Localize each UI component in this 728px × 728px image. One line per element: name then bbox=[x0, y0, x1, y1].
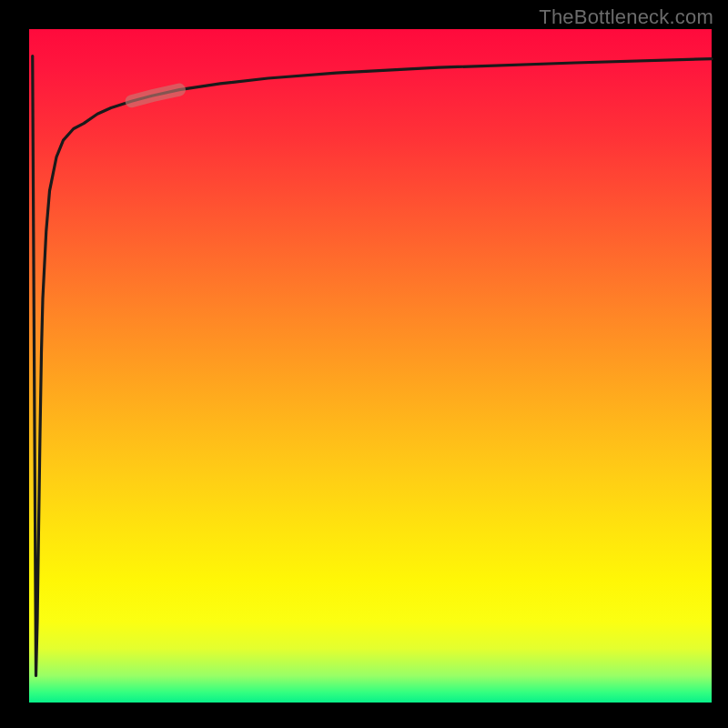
watermark-text: TheBottleneck.com bbox=[539, 5, 713, 29]
gradient-background bbox=[29, 29, 712, 703]
chart-frame: TheBottleneck.com bbox=[0, 0, 728, 728]
